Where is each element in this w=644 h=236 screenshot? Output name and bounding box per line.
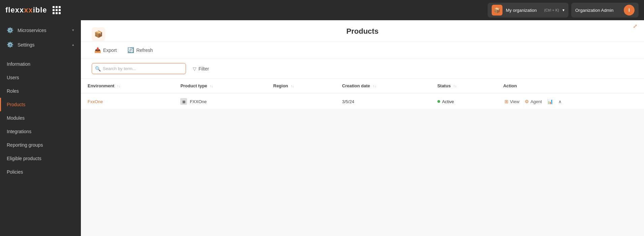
org-text: My organization (506, 8, 541, 13)
org-shortcut: (Ctrl + K) (544, 8, 559, 12)
main-layout: ⚙️ Microservices ▾ ⚙️ Settings ▴ Informa… (0, 20, 644, 236)
sidebar-item-integrations[interactable]: Integrations (0, 125, 81, 138)
sidebar-item-roles[interactable]: Roles (0, 84, 81, 98)
sort-arrows-status[interactable]: ↑↓ (453, 84, 457, 88)
sidebar: ⚙️ Microservices ▾ ⚙️ Settings ▴ Informa… (0, 20, 81, 236)
table-row: FxxOne ▦ FXXOne (81, 93, 644, 110)
col-product-type: Product type ↑↓ (174, 79, 266, 93)
sidebar-section-groups: ⚙️ Microservices ▾ ⚙️ Settings ▴ (0, 20, 81, 55)
cell-region (267, 93, 335, 110)
chevron-up-icon: ▴ (72, 42, 74, 47)
search-input[interactable] (92, 63, 186, 74)
environment-link[interactable]: FxxOne (88, 99, 103, 104)
sidebar-item-label: Settings (18, 42, 35, 48)
toolbar: 📤 Export 🔄 Refresh ⤢ (81, 41, 644, 59)
cell-creation-date: 3/5/24 (335, 93, 431, 110)
table-header: Environment ↑↓ Product type ↑↓ Region ↑↓ (81, 79, 644, 93)
agent-button[interactable]: ⚙ Agent (523, 98, 543, 105)
filter-icon: ▽ (193, 66, 196, 71)
org-name: My organization (506, 8, 541, 13)
refresh-icon: 🔄 (127, 47, 134, 53)
status-dot (437, 100, 440, 103)
page-header-icon: 📦 (92, 27, 105, 41)
integrations-label: Integrations (7, 129, 31, 134)
expand-icon[interactable]: ⤢ (633, 23, 637, 29)
sidebar-item-policies[interactable]: Policies (0, 165, 81, 179)
sidebar-nav-items: Information Users Roles Products Modules… (0, 55, 81, 181)
download-button[interactable]: 📊 (546, 98, 554, 105)
filter-label: Filter (198, 66, 209, 71)
refresh-label: Refresh (136, 48, 153, 53)
product-type-name: FXXOne (190, 99, 207, 104)
nav-left: flexxxxible (5, 6, 61, 14)
agent-icon: ⚙ (525, 99, 529, 104)
sidebar-item-label: Microservices (18, 28, 47, 33)
collapse-icon: ∧ (558, 99, 562, 104)
eligible-products-label: Eligible products (7, 156, 41, 161)
modules-label: Modules (7, 115, 25, 121)
export-icon: 📤 (94, 47, 101, 53)
org-selector[interactable]: 📦 My organization (Ctrl + K) ▾ (488, 3, 569, 18)
content-area: 📦 Products 📤 Export 🔄 Refresh ⤢ (81, 20, 644, 236)
chevron-down-icon: ▾ (562, 8, 564, 12)
cell-status: Active (431, 93, 497, 110)
org-icon: 📦 (492, 5, 502, 16)
sidebar-item-reporting-groups[interactable]: Reporting groups (0, 138, 81, 152)
refresh-button[interactable]: 🔄 Refresh (125, 46, 155, 55)
export-button[interactable]: 📤 Export (92, 46, 119, 55)
cell-environment: FxxOne (81, 93, 174, 110)
top-nav: flexxxxible 📦 My organization (Ctrl + K)… (0, 0, 644, 20)
filter-button[interactable]: ▽ Filter (190, 65, 212, 73)
grid-menu-icon[interactable] (53, 6, 61, 14)
status-active: Active (437, 99, 490, 104)
users-label: Users (7, 75, 19, 80)
user-name: Organization Admin (575, 8, 620, 13)
view-button[interactable]: ⊞ View (503, 98, 521, 105)
status-text: Active (442, 99, 454, 104)
col-creation-date: Creation date ↑↓ (335, 79, 431, 93)
sidebar-item-microservices[interactable]: ⚙️ Microservices ▾ (0, 23, 81, 37)
roles-label: Roles (7, 88, 19, 94)
app-logo: flexxxxible (5, 6, 47, 14)
settings-icon: ⚙️ (7, 41, 13, 48)
sidebar-item-settings[interactable]: ⚙️ Settings ▴ (0, 37, 81, 52)
user-avatar: I (624, 5, 635, 16)
product-type-cell: ▦ FXXOne (180, 98, 259, 105)
page-header: 📦 Products (81, 20, 644, 41)
table-container: Environment ↑↓ Product type ↑↓ Region ↑↓ (81, 79, 644, 110)
content-wrapper: 📦 Products 📤 Export 🔄 Refresh ⤢ (81, 20, 644, 110)
search-wrapper: 🔍 (92, 63, 186, 74)
sidebar-item-products[interactable]: Products (0, 98, 81, 111)
sort-arrows-product-type[interactable]: ↑↓ (210, 84, 213, 88)
sidebar-item-modules[interactable]: Modules (0, 111, 81, 125)
view-icon: ⊞ (504, 99, 509, 104)
table-header-row: Environment ↑↓ Product type ↑↓ Region ↑↓ (81, 79, 644, 93)
product-type-icon: ▦ (180, 98, 187, 105)
nav-right: 📦 My organization (Ctrl + K) ▾ Organizat… (488, 3, 639, 18)
action-buttons: ⊞ View ⚙ Agent 📊 (503, 98, 637, 105)
sort-arrows-region[interactable]: ↑↓ (290, 84, 294, 88)
sidebar-item-information[interactable]: Information (0, 57, 81, 71)
user-section[interactable]: Organization Admin I (571, 3, 639, 18)
microservices-icon: ⚙️ (7, 27, 13, 33)
col-region: Region ↑↓ (267, 79, 335, 93)
table-body: FxxOne ▦ FXXOne (81, 93, 644, 110)
reporting-groups-label: Reporting groups (7, 142, 43, 148)
products-label: Products (7, 102, 25, 107)
col-environment: Environment ↑↓ (81, 79, 174, 93)
agent-label: Agent (530, 99, 542, 104)
sidebar-item-users[interactable]: Users (0, 71, 81, 84)
cell-action: ⊞ View ⚙ Agent 📊 (496, 93, 644, 110)
download-icon: 📊 (547, 99, 553, 104)
page-title: Products (111, 27, 614, 41)
policies-label: Policies (7, 169, 23, 175)
information-label: Information (7, 61, 30, 67)
col-status: Status ↑↓ (431, 79, 497, 93)
sort-arrows-environment[interactable]: ↑↓ (117, 84, 120, 88)
search-icon: 🔍 (95, 66, 101, 71)
cell-product-type: ▦ FXXOne (174, 93, 266, 110)
sidebar-item-eligible-products[interactable]: Eligible products (0, 152, 81, 165)
sort-arrows-date[interactable]: ↑↓ (373, 84, 376, 88)
user-info: Organization Admin (575, 8, 620, 13)
collapse-button[interactable]: ∧ (557, 98, 563, 105)
